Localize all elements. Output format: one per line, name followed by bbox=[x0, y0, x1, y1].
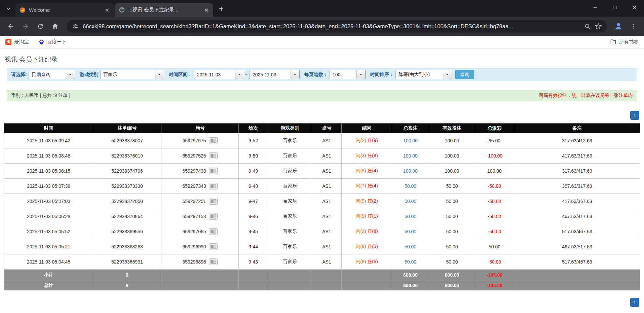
session-cell: 9-46 bbox=[239, 209, 268, 224]
bookmark-label: 爱淘宝 bbox=[14, 39, 29, 45]
bookmark-baidu[interactable]: 百度一下 bbox=[38, 39, 67, 45]
new-tab-button[interactable] bbox=[216, 3, 227, 14]
cards-icon bbox=[209, 243, 218, 250]
bookmark-taobao[interactable]: 淘 爱淘宝 bbox=[5, 39, 29, 45]
url-text[interactable]: 66cxkj98.com/game/betrecord_search/kind3… bbox=[83, 23, 580, 30]
menu-button[interactable] bbox=[627, 20, 640, 33]
valid-bet-cell: 50.00 bbox=[429, 179, 475, 194]
result-cell: 闲(2) 庄(9) bbox=[342, 133, 392, 148]
welcome-favicon-icon bbox=[20, 7, 26, 13]
site-settings-icon[interactable] bbox=[72, 23, 79, 30]
date-end-dropdown-icon[interactable] bbox=[291, 70, 300, 79]
close-icon bbox=[632, 5, 637, 10]
tab-welcome[interactable]: Welcome bbox=[15, 3, 114, 17]
round-result-icon[interactable] bbox=[209, 228, 218, 235]
round-cell: 659297251 bbox=[161, 194, 239, 209]
game-type-cell: 百家乐 bbox=[268, 239, 312, 254]
tab-close-icon[interactable] bbox=[203, 6, 210, 14]
total-bet-cell[interactable]: 50.00 bbox=[392, 194, 429, 209]
total-bet-cell[interactable]: 100.00 bbox=[392, 148, 429, 164]
round-result-icon[interactable] bbox=[209, 152, 218, 159]
bet-record-row: 2025-11-03 05:06:28522938370864659297158… bbox=[4, 209, 640, 224]
query-type-value[interactable]: 日期查询 bbox=[29, 70, 66, 79]
page-size-select[interactable] bbox=[330, 70, 366, 79]
tab-bet-records[interactable]: :::视讯 会员下注纪录::: bbox=[115, 3, 213, 17]
minimize-button[interactable] bbox=[585, 0, 605, 15]
round-result-icon[interactable] bbox=[209, 168, 218, 174]
payout-cell: -100.00 bbox=[475, 148, 514, 164]
round-result-icon[interactable] bbox=[209, 243, 218, 250]
zoom-icon[interactable] bbox=[584, 23, 591, 30]
forward-button[interactable] bbox=[19, 20, 32, 33]
bookmark-star-icon[interactable] bbox=[595, 23, 602, 30]
sort-select[interactable]: 降幂(由大到小) bbox=[395, 70, 452, 79]
query-type-select[interactable]: 日期查询 bbox=[29, 70, 75, 79]
total-bet-cell[interactable]: 50.00 bbox=[392, 179, 429, 194]
round-id-group: 659297675 bbox=[182, 137, 217, 144]
valid-bet-cell: 100.00 bbox=[429, 133, 475, 148]
page-1-button[interactable]: 1 bbox=[630, 111, 639, 120]
game-type-value[interactable]: 百家乐 bbox=[100, 70, 155, 79]
total-bet-cell[interactable]: 50.00 bbox=[392, 254, 429, 270]
page-1-button[interactable]: 1 bbox=[630, 298, 639, 307]
close-window-button[interactable] bbox=[624, 0, 644, 15]
home-button[interactable] bbox=[48, 20, 62, 33]
tab-search-button[interactable] bbox=[3, 4, 13, 14]
round-result-icon[interactable] bbox=[209, 213, 218, 220]
round-result-icon[interactable] bbox=[209, 137, 218, 144]
total-bet-cell[interactable]: 50.00 bbox=[392, 209, 429, 224]
round-id: 659297525 bbox=[182, 153, 206, 159]
date-start-dropdown-icon[interactable] bbox=[235, 70, 244, 79]
game-type-select[interactable]: 百家乐 bbox=[100, 70, 164, 79]
maximize-button[interactable] bbox=[605, 0, 624, 15]
payout-cell: 95.00 bbox=[475, 133, 514, 148]
page-size-input[interactable] bbox=[330, 70, 357, 79]
result-player: 闲(9) bbox=[355, 244, 366, 249]
total-bet-cell[interactable]: 50.00 bbox=[392, 224, 429, 239]
remark-cell: 517.63/467.63 bbox=[514, 254, 640, 270]
date-start-picker[interactable] bbox=[194, 70, 244, 79]
round-result-icon[interactable] bbox=[209, 183, 218, 189]
page-size-dropdown-icon[interactable] bbox=[357, 70, 366, 79]
table-no-cell: AS1 bbox=[312, 148, 342, 164]
refresh-button[interactable] bbox=[34, 20, 47, 33]
total-bet-cell[interactable]: 50.00 bbox=[392, 239, 429, 254]
pagination-top: 1 bbox=[5, 111, 639, 120]
address-bar[interactable]: 66cxkj98.com/game/betrecord_search/kind3… bbox=[67, 20, 607, 33]
date-end-input[interactable] bbox=[250, 70, 291, 79]
date-separator: ~ bbox=[245, 72, 248, 77]
game-type-cell: 百家乐 bbox=[268, 179, 312, 194]
maximize-icon bbox=[613, 5, 617, 9]
game-type-dropdown-icon[interactable] bbox=[155, 70, 164, 79]
tab-close-icon[interactable] bbox=[104, 6, 111, 14]
page-size-label: 每页笔数： bbox=[304, 72, 328, 78]
cards-icon bbox=[209, 183, 218, 189]
total-bet-cell[interactable]: 100.00 bbox=[392, 133, 429, 148]
round-result-icon[interactable] bbox=[209, 198, 218, 205]
round-result-icon[interactable] bbox=[209, 258, 218, 265]
col-header-session: 场次 bbox=[239, 124, 268, 133]
total-bet-cell[interactable]: 100.00 bbox=[392, 164, 429, 179]
back-button[interactable] bbox=[4, 20, 17, 33]
col-header-remark: 备注 bbox=[514, 124, 640, 133]
profile-avatar[interactable] bbox=[612, 20, 625, 33]
round-id-group: 659296990 bbox=[182, 243, 217, 250]
search-button[interactable]: 查询 bbox=[455, 70, 474, 79]
empty-cell bbox=[342, 280, 392, 290]
bet-record-row: 2025-11-03 05:09:42522938378007659297675… bbox=[4, 133, 640, 148]
round-cell: 659297158 bbox=[161, 209, 239, 224]
round-id-group: 659297343 bbox=[182, 183, 217, 189]
sort-dropdown-icon[interactable] bbox=[443, 70, 452, 79]
payout-cell: -50.00 bbox=[475, 224, 514, 239]
sort-value[interactable]: 降幂(由大到小) bbox=[395, 70, 443, 79]
empty-cell bbox=[268, 270, 312, 280]
all-bookmarks[interactable]: 所有书签 bbox=[610, 39, 639, 45]
date-start-input[interactable] bbox=[194, 70, 235, 79]
date-end-picker[interactable] bbox=[250, 70, 300, 79]
col-header-result: 结果 bbox=[342, 124, 392, 133]
query-type-dropdown-icon[interactable] bbox=[66, 70, 75, 79]
total-valid-bet: 600.00 bbox=[429, 280, 475, 290]
empty-cell bbox=[514, 280, 640, 290]
bet-id-cell: 522938366991 bbox=[93, 254, 161, 270]
result-player: 闲(9) bbox=[355, 213, 366, 219]
